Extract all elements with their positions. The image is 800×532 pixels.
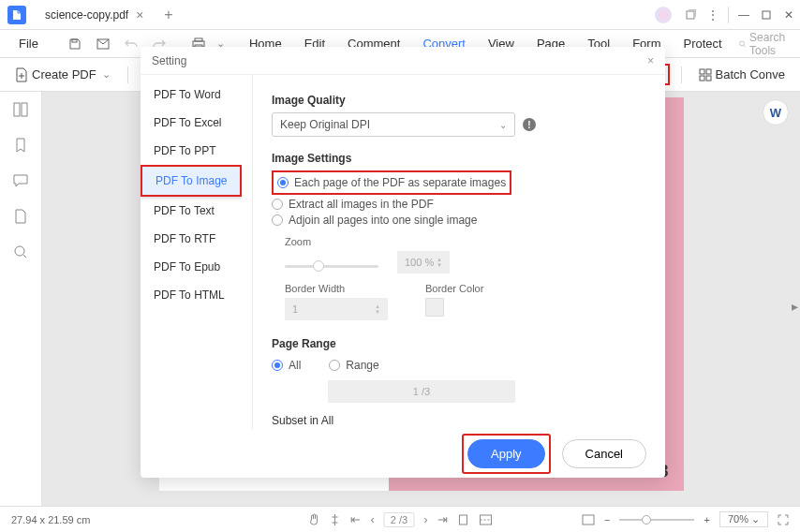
svg-rect-11 <box>700 76 704 81</box>
search-tools[interactable]: Search Tools <box>739 31 790 57</box>
minimize-icon[interactable]: — <box>733 4 755 26</box>
create-pdf-button[interactable]: Create PDF ⌄ <box>9 64 116 86</box>
last-page-icon[interactable]: ⇥ <box>437 512 448 526</box>
sidebar-item-word[interactable]: PDF To Word <box>141 81 252 109</box>
radio-icon <box>277 177 289 188</box>
sidebar-item-text[interactable]: PDF To Text <box>141 197 252 225</box>
chevron-down-icon: ⌄ <box>499 120 507 130</box>
radio-icon <box>272 214 283 226</box>
popup-icon[interactable] <box>679 4 702 26</box>
fit-page-icon[interactable] <box>480 514 493 525</box>
apply-button[interactable]: Apply <box>467 439 545 468</box>
settings-dialog: Setting × PDF To Word PDF To Excel PDF T… <box>141 47 665 478</box>
subset-label: Subset in All <box>272 414 646 427</box>
zoom-label: Zoom <box>285 236 450 247</box>
image-quality-dropdown[interactable]: Keep Original DPI ⌄ <box>272 112 515 137</box>
hand-tool-icon[interactable] <box>307 513 320 526</box>
zoom-value-input[interactable]: 100 % ▲▼ <box>397 251 450 273</box>
radio-range[interactable]: Range <box>329 359 378 372</box>
zoom-in-icon[interactable]: + <box>704 514 709 525</box>
search-icon <box>739 38 746 50</box>
svg-rect-9 <box>700 69 704 74</box>
radio-extract-all[interactable]: Extract all images in the PDF <box>272 198 646 211</box>
sidebar-item-html[interactable]: PDF To HTML <box>141 281 252 309</box>
file-tab[interactable]: science-copy.pdf × <box>34 2 155 28</box>
thumbnails-icon[interactable] <box>12 101 29 118</box>
range-input[interactable]: 1 /3 <box>328 380 515 403</box>
svg-rect-12 <box>706 76 711 81</box>
border-color-swatch[interactable] <box>425 298 444 317</box>
image-settings-title: Image Settings <box>272 152 646 165</box>
zoom-slider[interactable] <box>619 519 694 521</box>
svg-rect-0 <box>687 11 694 19</box>
svg-rect-1 <box>763 11 770 19</box>
sidebar-item-ppt[interactable]: PDF To PPT <box>141 137 252 165</box>
radio-all-pages[interactable]: All <box>272 359 301 372</box>
sidebar-item-rtf[interactable]: PDF To RTF <box>141 225 252 253</box>
svg-point-7 <box>739 40 744 45</box>
border-color-label: Border Color <box>425 283 483 294</box>
sidebar-item-excel[interactable]: PDF To Excel <box>141 109 252 137</box>
close-tab-icon[interactable]: × <box>136 7 143 22</box>
profile-icon[interactable] <box>655 7 672 23</box>
batch-convert-button[interactable]: Batch Conve <box>693 64 791 85</box>
comments-icon[interactable] <box>12 172 29 189</box>
word-export-badge[interactable]: W <box>763 99 789 126</box>
radio-icon <box>329 360 340 371</box>
svg-rect-16 <box>460 515 467 525</box>
fullscreen-icon[interactable] <box>778 514 789 525</box>
sidebar-item-image[interactable]: PDF To Image <box>142 167 240 195</box>
radio-each-page[interactable]: Each page of the PDF as separate images <box>277 176 506 189</box>
menu-file[interactable]: File <box>9 33 48 54</box>
svg-rect-18 <box>583 515 594 525</box>
select-tool-icon[interactable] <box>330 513 341 526</box>
mail-icon[interactable] <box>91 38 115 50</box>
cancel-button[interactable]: Cancel <box>562 439 646 468</box>
close-window-icon[interactable]: ✕ <box>778 4 800 26</box>
attachments-icon[interactable] <box>12 208 29 225</box>
add-tab-button[interactable]: + <box>164 7 172 23</box>
svg-rect-2 <box>72 39 77 42</box>
zoom-value[interactable]: 70% ⌄ <box>719 511 768 527</box>
radio-icon <box>272 360 283 371</box>
bookmarks-icon[interactable] <box>12 137 29 154</box>
create-pdf-icon <box>15 67 28 82</box>
sidebar-item-epub[interactable]: PDF To Epub <box>141 253 252 281</box>
info-icon[interactable]: ! <box>523 118 536 131</box>
first-page-icon[interactable]: ⇤ <box>350 512 361 526</box>
batch-icon <box>699 68 712 81</box>
radio-adjoin[interactable]: Adjoin all pages into one single image <box>272 214 646 227</box>
dialog-close-icon[interactable]: × <box>647 54 654 67</box>
more-icon[interactable]: ⋮ <box>702 4 724 26</box>
tab-title: science-copy.pdf <box>45 8 128 22</box>
save-icon[interactable] <box>63 37 87 51</box>
app-icon <box>7 6 26 24</box>
menu-protect[interactable]: Protect <box>674 33 731 54</box>
fit-width-icon[interactable] <box>457 514 470 525</box>
dialog-title: Setting <box>152 54 186 67</box>
image-quality-title: Image Quality <box>272 94 646 107</box>
search-panel-icon[interactable] <box>12 244 29 260</box>
svg-rect-10 <box>706 69 711 74</box>
maximize-icon[interactable] <box>755 4 778 26</box>
view-mode-icon[interactable] <box>582 514 595 525</box>
svg-rect-14 <box>22 103 27 116</box>
zoom-out-icon[interactable]: − <box>604 514 610 525</box>
radio-icon <box>272 199 283 210</box>
border-width-input[interactable]: 1 ▲▼ <box>285 298 388 320</box>
next-page-icon[interactable]: › <box>423 512 427 526</box>
page-indicator[interactable]: 2 /3 <box>384 512 414 527</box>
page-dimensions: 27.94 x 21.59 cm <box>11 514 90 525</box>
page-range-title: Page Range <box>272 337 646 350</box>
svg-rect-13 <box>14 103 20 116</box>
zoom-slider[interactable] <box>285 265 378 268</box>
chevron-down-icon: ⌄ <box>102 68 111 81</box>
svg-point-15 <box>15 246 24 256</box>
expand-right-icon[interactable]: ▸ <box>792 299 798 314</box>
border-width-label: Border Width <box>285 283 388 294</box>
prev-page-icon[interactable]: ‹ <box>370 512 374 526</box>
